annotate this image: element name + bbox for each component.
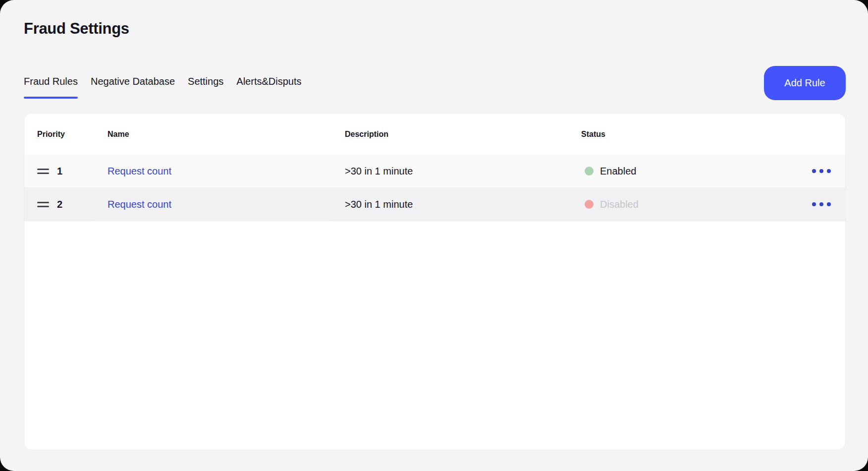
column-header-name: Name (95, 130, 332, 139)
priority-cell: 1 (24, 155, 95, 188)
status-dot-icon (585, 200, 594, 209)
status-cell: Enabled (568, 155, 783, 188)
status-label: Enabled (600, 166, 636, 177)
description-cell: >30 in 1 minute (332, 155, 568, 188)
column-header-priority: Priority (24, 130, 95, 139)
page-title: Fraud Settings (24, 20, 129, 38)
status-dot-icon (585, 167, 594, 176)
actions-cell (783, 155, 845, 188)
add-rule-button[interactable]: Add Rule (764, 66, 846, 100)
drag-handle-icon[interactable] (37, 167, 49, 176)
table-row: 1 Request count >30 in 1 minute Enabled (24, 155, 845, 188)
fraud-rules-table-card: Priority Name Description Status 1 Reque… (24, 113, 846, 450)
drag-handle-icon[interactable] (37, 200, 49, 209)
priority-cell: 2 (24, 188, 95, 221)
description-cell: >30 in 1 minute (332, 188, 568, 221)
name-cell: Request count (95, 188, 332, 221)
status-label: Disabled (600, 199, 639, 210)
name-cell: Request count (95, 155, 332, 188)
column-header-description: Description (332, 130, 568, 139)
tab-settings[interactable]: Settings (188, 74, 223, 99)
tab-bar: Fraud Rules Negative Database Settings A… (24, 74, 301, 99)
ellipsis-menu-icon[interactable] (811, 166, 832, 176)
priority-number: 1 (57, 166, 62, 177)
tab-negative-database[interactable]: Negative Database (91, 74, 175, 99)
priority-number: 2 (57, 199, 62, 210)
status-badge: Disabled (585, 199, 639, 210)
tab-alerts-disputs[interactable]: Alerts&Disputs (236, 74, 301, 99)
ellipsis-menu-icon[interactable] (811, 199, 832, 209)
status-badge: Enabled (585, 166, 636, 177)
fraud-settings-page: Fraud Settings Fraud Rules Negative Data… (0, 0, 868, 471)
table-row: 2 Request count >30 in 1 minute Disabled (24, 188, 845, 221)
tab-fraud-rules[interactable]: Fraud Rules (24, 74, 78, 99)
table-header-row: Priority Name Description Status (24, 114, 845, 155)
status-cell: Disabled (568, 188, 783, 221)
actions-cell (783, 188, 845, 221)
rule-name-link[interactable]: Request count (108, 166, 171, 177)
rule-name-link[interactable]: Request count (108, 199, 171, 210)
column-header-status: Status (568, 130, 783, 139)
